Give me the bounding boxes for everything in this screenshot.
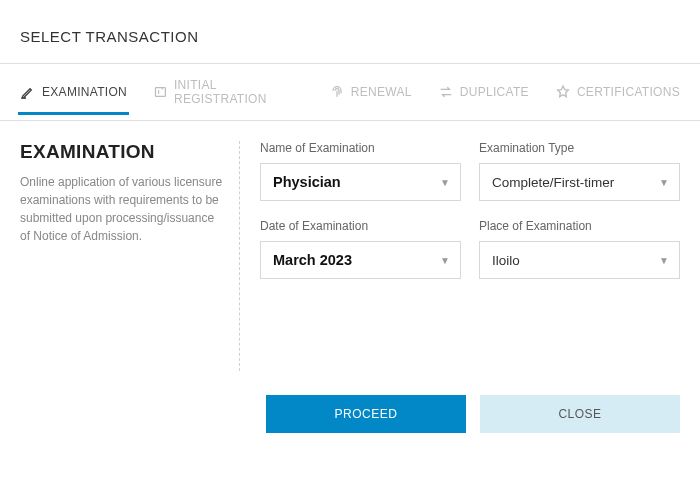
chevron-down-icon: ▼ [440, 255, 450, 266]
place-of-examination-select[interactable]: Iloilo ▼ [479, 241, 680, 279]
footer-actions: PROCEED CLOSE [0, 381, 700, 433]
tab-renewal[interactable]: RENEWAL [327, 70, 414, 115]
field-label: Date of Examination [260, 219, 461, 233]
select-value: March 2023 [273, 252, 352, 268]
page-title: SELECT TRANSACTION [0, 0, 700, 63]
examination-type-select[interactable]: Complete/First-timer ▼ [479, 163, 680, 201]
tabs-bar: EXAMINATION INITIAL REGISTRATION RENEWAL… [0, 64, 700, 121]
chevron-down-icon: ▼ [440, 177, 450, 188]
field-label: Examination Type [479, 141, 680, 155]
field-place-of-examination: Place of Examination Iloilo ▼ [479, 219, 680, 279]
tab-label: RENEWAL [351, 85, 412, 99]
star-icon [555, 84, 571, 100]
close-button[interactable]: CLOSE [480, 395, 680, 433]
tab-label: EXAMINATION [42, 85, 127, 99]
fingerprint-icon [329, 84, 345, 100]
field-label: Place of Examination [479, 219, 680, 233]
chevron-down-icon: ▼ [659, 177, 669, 188]
tab-label: INITIAL REGISTRATION [174, 78, 303, 106]
date-of-examination-select[interactable]: March 2023 ▼ [260, 241, 461, 279]
select-value: Iloilo [492, 253, 520, 268]
select-value: Physician [273, 174, 341, 190]
content-area: EXAMINATION Online application of variou… [0, 121, 700, 381]
swap-icon [438, 84, 454, 100]
proceed-button[interactable]: PROCEED [266, 395, 466, 433]
panel-heading: EXAMINATION [20, 141, 223, 163]
tab-label: DUPLICATE [460, 85, 529, 99]
select-value: Complete/First-timer [492, 175, 614, 190]
field-date-of-examination: Date of Examination March 2023 ▼ [260, 219, 461, 279]
tab-certifications[interactable]: CERTIFICATIONS [553, 70, 682, 115]
tab-initial-registration[interactable]: INITIAL REGISTRATION [151, 64, 305, 121]
chevron-down-icon: ▼ [659, 255, 669, 266]
field-examination-type: Examination Type Complete/First-timer ▼ [479, 141, 680, 201]
tab-duplicate[interactable]: DUPLICATE [436, 70, 531, 115]
panel-description: Online application of various licensure … [20, 173, 223, 245]
info-panel: EXAMINATION Online application of variou… [20, 141, 240, 371]
field-label: Name of Examination [260, 141, 461, 155]
field-name-of-examination: Name of Examination Physician ▼ [260, 141, 461, 201]
tab-examination[interactable]: EXAMINATION [18, 70, 129, 115]
name-of-examination-select[interactable]: Physician ▼ [260, 163, 461, 201]
tab-label: CERTIFICATIONS [577, 85, 680, 99]
form-area: Name of Examination Physician ▼ Examinat… [260, 141, 680, 371]
pencil-icon [20, 84, 36, 100]
id-card-icon [153, 84, 168, 100]
svg-rect-0 [156, 88, 166, 97]
